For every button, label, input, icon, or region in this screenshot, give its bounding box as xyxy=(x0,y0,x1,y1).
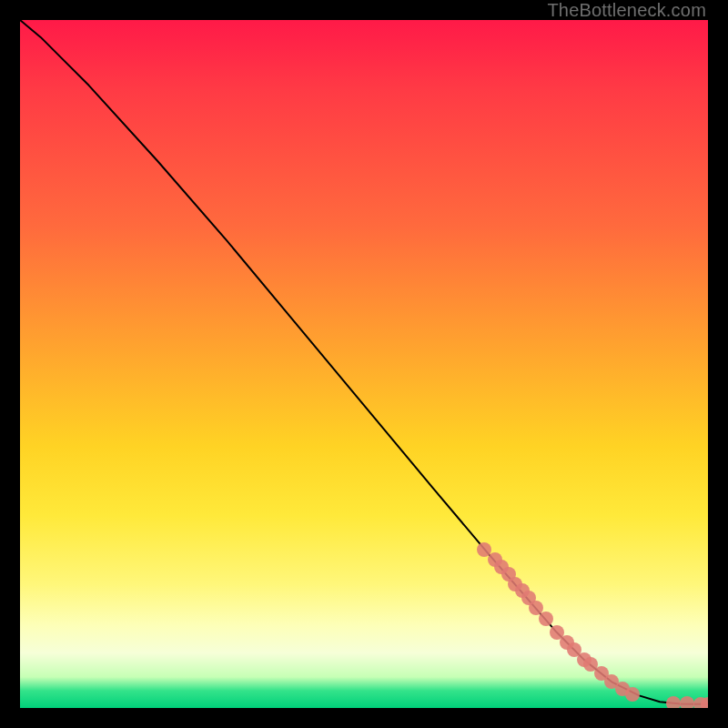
bottleneck-curve xyxy=(20,20,708,708)
attribution-watermark: TheBottleneck.com xyxy=(547,0,706,21)
chart-stage: TheBottleneck.com xyxy=(0,0,728,728)
data-point xyxy=(680,696,694,708)
data-point xyxy=(539,612,553,626)
data-point xyxy=(625,687,640,702)
data-point xyxy=(666,696,681,708)
data-point xyxy=(701,697,708,708)
plot-area xyxy=(20,20,708,708)
